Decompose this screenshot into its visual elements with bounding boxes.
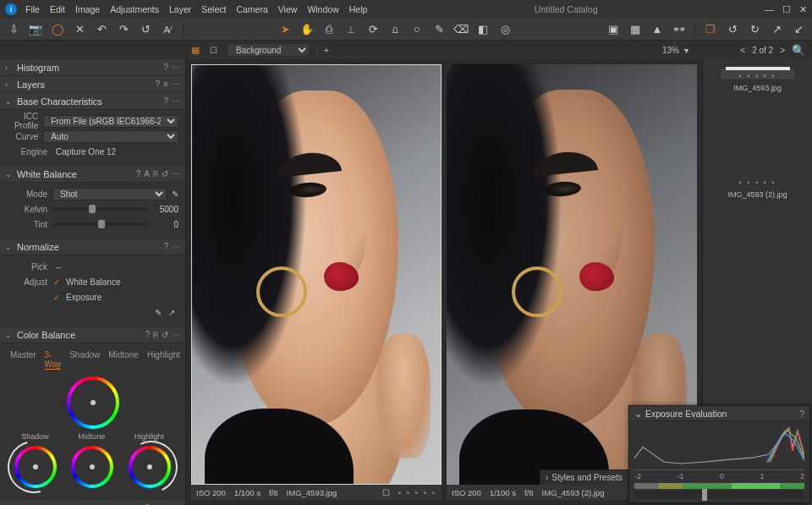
thumb-rating[interactable]: • • • • • — [739, 72, 776, 80]
rating-dots[interactable]: • • • • • — [398, 488, 436, 497]
help-icon[interactable]: ? — [145, 330, 150, 339]
help-icon[interactable]: ? — [136, 169, 141, 178]
multi-view-icon[interactable]: ❐ — [704, 23, 717, 36]
window-close-icon[interactable]: ✕ — [799, 4, 807, 15]
hand-icon[interactable]: ✋ — [300, 23, 314, 36]
redo-icon[interactable]: ↷ — [117, 23, 130, 36]
viewer-single-icon[interactable]: ☐ — [206, 43, 220, 57]
add-layer-icon[interactable]: + — [324, 46, 329, 55]
viewer-pane-left[interactable]: ISO 200 1/100 s f/8 IMG_4593.jpg ☐ • • •… — [191, 64, 442, 500]
base-characteristics-header[interactable]: ⌄ Base Characteristics ?⋯ — [0, 93, 185, 110]
wb-checkbox[interactable]: ✓ — [52, 277, 61, 286]
compare-icon[interactable]: ▣ — [606, 23, 620, 36]
rotate-cw-icon[interactable]: ↻ — [748, 23, 761, 36]
auto-icon[interactable]: A — [144, 169, 150, 178]
capture-icon[interactable]: 📷 — [29, 23, 42, 36]
reset-icon[interactable]: ↺ — [162, 330, 168, 339]
rating-box[interactable]: ☐ — [382, 488, 390, 497]
thumbnail-item[interactable]: • • • • • IMG_4593 (2).jpg — [720, 96, 796, 199]
viewer-grid-icon[interactable]: ▦ — [191, 45, 200, 56]
tools-panel[interactable]: › Histogram ?⋯ › Layers ?≡⋯ ⌄ Base Chara… — [0, 59, 186, 505]
normalize-picker-icon[interactable]: ✎ — [155, 308, 162, 317]
zoom-dropdown-icon[interactable]: ▾ — [684, 46, 689, 55]
window-minimize-icon[interactable]: — — [765, 4, 774, 15]
copy-icon[interactable]: ⎘ — [153, 330, 158, 339]
wb-mode-select[interactable]: Shot — [52, 188, 167, 200]
arrow-sw-icon[interactable]: ↙ — [792, 23, 805, 36]
focus-mask-icon[interactable]: 👓 — [672, 23, 686, 36]
export-icon[interactable]: ⎙ — [322, 23, 336, 36]
exposure-checkbox[interactable]: ✓ — [52, 293, 61, 301]
window-maximize-icon[interactable]: ☐ — [782, 4, 791, 15]
cb-tab-master[interactable]: Master — [10, 350, 36, 370]
tint-slider[interactable] — [52, 222, 148, 226]
help-icon[interactable]: ? — [799, 409, 804, 419]
menu-camera[interactable]: Camera — [236, 4, 267, 14]
kelvin-slider[interactable] — [52, 207, 148, 211]
menu-help[interactable]: Help — [349, 4, 368, 14]
cb-tab-3way[interactable]: 3-Way — [45, 350, 62, 370]
copy-icon[interactable]: ⎘ — [153, 169, 158, 178]
crop-icon[interactable]: ⟂ — [344, 23, 358, 36]
undo-icon[interactable]: ↶ — [95, 23, 108, 36]
kelvin-value[interactable]: 5000 — [153, 205, 178, 214]
exposure-evaluation-panel[interactable]: ⌄ Exposure Evaluation ? -2 -1 0 1 2 — [628, 405, 810, 503]
menu-window[interactable]: Window — [307, 4, 338, 14]
droplet-icon[interactable]: ◯ — [51, 23, 64, 36]
midtone-wheel[interactable] — [71, 446, 113, 488]
normalize-apply-icon[interactable]: ↗ — [168, 308, 175, 317]
spot-icon[interactable]: ○ — [410, 23, 424, 36]
arrow-ne-icon[interactable]: ↗ — [770, 23, 783, 36]
gradient-icon[interactable]: ◧ — [476, 23, 490, 36]
thumbnail-image[interactable] — [727, 96, 788, 175]
exposure-slider[interactable] — [634, 491, 804, 499]
exposure-eval-header[interactable]: ⌄ Exposure Evaluation ? — [629, 406, 809, 421]
cb-tab-shadow[interactable]: Shadow — [69, 350, 100, 370]
master-wheel[interactable] — [67, 376, 119, 429]
icc-profile-select[interactable]: From File (sRGB IEC61966-2.1) — [43, 115, 178, 128]
rotate-ccw-icon[interactable]: ↺ — [726, 23, 739, 36]
picker-icon[interactable]: ✎ — [172, 189, 178, 199]
preset-icon[interactable]: ≡ — [163, 80, 168, 89]
radial-icon[interactable]: ◎ — [498, 23, 512, 36]
warning-icon[interactable]: ▲ — [650, 23, 664, 36]
more-icon[interactable]: ⋯ — [172, 330, 180, 339]
layer-select[interactable]: Background — [227, 43, 310, 57]
menu-adjustments[interactable]: Adjustments — [110, 4, 159, 14]
import-icon[interactable]: ⇩ — [7, 23, 20, 36]
tint-value[interactable]: 0 — [153, 220, 178, 229]
menu-file[interactable]: File — [25, 4, 40, 14]
brush-icon[interactable]: ✎ — [432, 23, 446, 36]
curve-select[interactable]: Auto — [43, 130, 178, 143]
annotate-icon[interactable]: A⁄ — [161, 23, 174, 36]
help-icon[interactable]: ? — [163, 63, 168, 72]
thumbnail-item[interactable]: • • • • • IMG_4593.jpg — [720, 68, 796, 80]
cb-tab-highlight[interactable]: Highlight — [147, 350, 180, 370]
more-icon[interactable]: ⋯ — [172, 96, 180, 106]
layers-header[interactable]: › Layers ?≡⋯ — [0, 76, 185, 93]
white-balance-header[interactable]: ⌄ White Balance ? A ⎘ ↺ ⋯ — [0, 166, 185, 183]
menu-image[interactable]: Image — [75, 4, 100, 14]
cursor-icon[interactable]: ➤ — [278, 23, 292, 36]
menu-edit[interactable]: Edit — [50, 4, 65, 14]
menu-select[interactable]: Select — [201, 4, 226, 14]
reset-icon[interactable]: ↺ — [139, 23, 152, 36]
histogram-header[interactable]: › Histogram ?⋯ — [0, 59, 185, 76]
more-icon[interactable]: ⋯ — [172, 80, 180, 89]
preview-image-left[interactable] — [191, 64, 442, 485]
erase-icon[interactable]: ⌫ — [454, 23, 468, 36]
normalize-header[interactable]: ⌄ Normalize ?⋯ — [0, 239, 185, 255]
help-icon[interactable]: ? — [163, 242, 168, 251]
prev-image-icon[interactable]: < — [740, 46, 745, 55]
cb-tab-midtone[interactable]: Midtone — [108, 350, 139, 370]
black-white-header[interactable]: › Black & White ?⎘↺⋯ — [0, 500, 185, 505]
more-icon[interactable]: ⋯ — [172, 63, 180, 72]
more-icon[interactable]: ⋯ — [172, 242, 180, 251]
reset-icon[interactable]: ↺ — [162, 169, 168, 178]
more-icon[interactable]: ⋯ — [172, 169, 180, 178]
next-image-icon[interactable]: > — [780, 46, 785, 55]
grid-icon[interactable]: ▦ — [628, 23, 642, 36]
help-icon[interactable]: ? — [156, 80, 161, 89]
menu-layer[interactable]: Layer — [169, 4, 191, 14]
help-icon[interactable]: ? — [163, 96, 168, 106]
